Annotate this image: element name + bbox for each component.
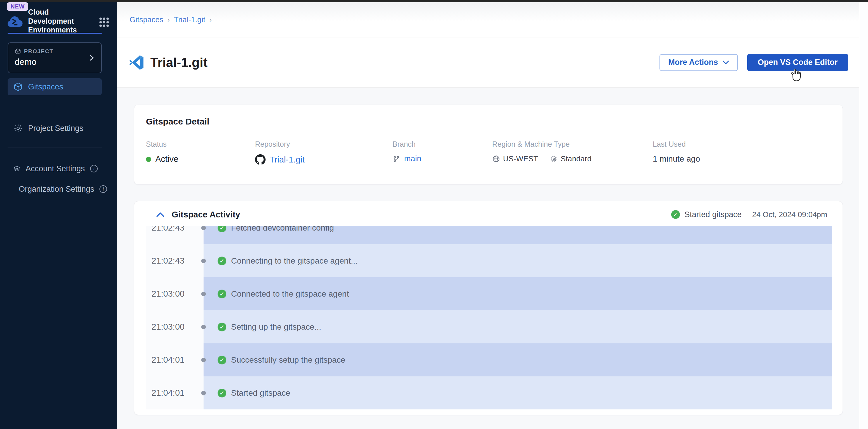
sidebar-item-organization-settings[interactable]: Organization Settings i (8, 180, 102, 198)
last-used-label: Last Used (653, 140, 831, 148)
more-actions-label: More Actions (668, 58, 718, 67)
check-circle-icon: ✓ (218, 257, 226, 265)
sidebar-item-label: Gitspaces (28, 82, 98, 92)
log-timestamp: 21:04:01 (146, 343, 204, 376)
region-value: US-WEST (503, 154, 538, 163)
breadcrumb-separator: › (167, 16, 170, 24)
sidebar-item-project-settings[interactable]: Project Settings (8, 120, 102, 137)
gitspaces-cube-icon (13, 82, 23, 92)
breadcrumb-repo-link[interactable]: Trial-1.git (174, 15, 205, 24)
log-timestamp: 21:02:43 (146, 244, 204, 277)
activity-log-viewport[interactable]: 21:02:43 ✓ Fetched devcontainer config 2… (146, 226, 832, 409)
chevron-right-icon (88, 54, 95, 62)
gear-icon (13, 124, 23, 133)
vscode-icon (129, 55, 144, 70)
last-used-value: 1 minute ago (653, 154, 700, 164)
detail-field-repository: Repository Trial-1.git (255, 140, 393, 165)
account-settings-icon (13, 164, 20, 173)
module-grid-icon[interactable] (99, 18, 102, 20)
breadcrumb-separator: › (209, 16, 212, 24)
sidebar-item-account-settings[interactable]: Account Settings i (8, 160, 102, 177)
sidebar-accent-underline (8, 33, 102, 34)
check-circle-icon: ✓ (218, 389, 226, 397)
repository-label: Repository (255, 140, 393, 148)
log-timestamp: 21:04:01 (146, 376, 204, 409)
log-message: Setting up the gitspace... (231, 322, 321, 332)
browser-top-bar (0, 0, 868, 2)
log-message: Fetched devcontainer config (231, 226, 334, 233)
globe-icon (492, 155, 500, 163)
check-circle-icon: ✓ (671, 210, 680, 219)
breadcrumb-gitspaces-link[interactable]: Gitspaces (129, 15, 163, 24)
more-actions-button[interactable]: More Actions (659, 54, 738, 71)
log-message: Connecting to the gitspace agent... (231, 256, 358, 266)
log-message: Started gitspace (231, 388, 290, 398)
chevron-down-icon (723, 61, 729, 65)
detail-field-status: Status Active (146, 140, 255, 164)
sidebar-item-label: Organization Settings (19, 185, 94, 194)
check-circle-icon: ✓ (218, 290, 226, 298)
log-message: Successfully setup the gitspace (231, 355, 345, 365)
check-circle-icon: ✓ (218, 226, 226, 232)
project-label: PROJECT (24, 48, 53, 55)
page-header: Trial-1.git More Actions Open VS Code Ed… (117, 37, 859, 88)
activity-status-text: Started gitspace (685, 210, 742, 219)
gitspace-detail-card: Gitspace Detail Status Active Repository (134, 105, 843, 185)
info-icon[interactable]: i (90, 165, 98, 172)
log-timestamp: 21:03:00 (146, 277, 204, 310)
log-message: Connected to the gitspace agent (231, 289, 349, 299)
sidebar-item-label: Project Settings (28, 124, 98, 133)
log-row: 21:02:43 ✓ Fetched devcontainer config (146, 226, 832, 244)
status-label: Status (146, 140, 255, 148)
status-active-dot (146, 157, 151, 162)
log-timestamp: 21:02:43 (146, 226, 204, 244)
info-icon[interactable]: i (99, 185, 107, 193)
mouse-pointer-hand-icon (789, 68, 803, 83)
detail-heading: Gitspace Detail (146, 117, 831, 127)
activity-heading: Gitspace Activity (172, 210, 240, 220)
detail-field-last-used: Last Used 1 minute ago (653, 140, 831, 164)
log-row: 21:02:43 ✓ Connecting to the gitspace ag… (146, 244, 832, 277)
log-row: 21:04:01 ✓ Successfully setup the gitspa… (146, 343, 832, 376)
project-selector[interactable]: PROJECT demo (8, 42, 102, 73)
project-cube-icon (14, 48, 21, 55)
machine-type-value: Standard (561, 154, 592, 163)
collapse-chevron-up-icon[interactable] (156, 211, 165, 218)
repository-link[interactable]: Trial-1.git (270, 155, 305, 165)
github-icon (255, 154, 266, 165)
log-row: 21:04:01 ✓ Started gitspace (146, 376, 832, 409)
project-name: demo (14, 57, 95, 67)
detail-field-region-machine: Region & Machine Type US-WEST (492, 140, 653, 163)
main-content: Gitspaces › Trial-1.git › Trial-1.git Mo… (117, 2, 859, 429)
cde-logo-cloud-icon (7, 15, 23, 28)
status-value: Active (155, 154, 178, 164)
branch-link[interactable]: main (404, 154, 422, 163)
check-circle-icon: ✓ (218, 323, 226, 331)
page-scrollbar[interactable] (859, 2, 868, 429)
sidebar-item-label: Account Settings (26, 164, 85, 173)
check-circle-icon: ✓ (218, 356, 226, 364)
sidebar: NEW Cloud Development Environments PROJE… (0, 2, 117, 429)
open-vscode-editor-label: Open VS Code Editor (758, 58, 838, 67)
activity-status-time: 24 Oct, 2024 09:04pm (752, 210, 827, 219)
page-body: Gitspace Detail Status Active Repository (117, 88, 859, 429)
git-branch-icon (393, 155, 400, 163)
region-machine-label: Region & Machine Type (492, 140, 653, 148)
app-title: Cloud Development Environments (28, 8, 90, 34)
log-timestamp: 21:03:00 (146, 310, 204, 343)
sidebar-item-gitspaces[interactable]: Gitspaces (8, 78, 102, 95)
cpu-icon (550, 155, 558, 163)
page-title: Trial-1.git (150, 55, 208, 70)
branch-label: Branch (393, 140, 492, 148)
breadcrumb: Gitspaces › Trial-1.git › (117, 2, 859, 37)
sidebar-divider (8, 147, 102, 148)
gitspace-activity-card: Gitspace Activity ✓ Started gitspace 24 … (134, 201, 843, 415)
log-row: 21:03:00 ✓ Connected to the gitspace age… (146, 277, 832, 310)
detail-field-branch: Branch main (393, 140, 492, 163)
new-badge: NEW (7, 2, 28, 11)
log-row: 21:03:00 ✓ Setting up the gitspace... (146, 310, 832, 343)
activity-header: Gitspace Activity ✓ Started gitspace 24 … (134, 201, 842, 226)
